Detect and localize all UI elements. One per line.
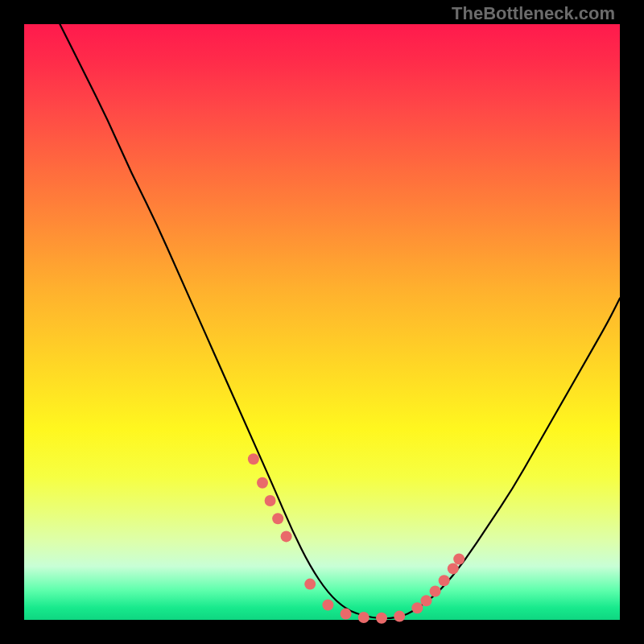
- sample-dot: [358, 612, 369, 623]
- sample-dot: [430, 586, 441, 597]
- sample-dot: [341, 609, 352, 620]
- sample-dot: [248, 453, 259, 464]
- sample-dot: [448, 563, 459, 574]
- sample-dot: [421, 595, 432, 606]
- sample-dot: [281, 530, 292, 542]
- sample-dot: [376, 613, 387, 624]
- sample-dot: [304, 579, 316, 590]
- chart-overlay-svg: [24, 24, 620, 620]
- sample-dot: [257, 477, 268, 489]
- sample-dot: [272, 513, 283, 524]
- sample-dot: [439, 575, 450, 586]
- bottleneck-curve: [60, 24, 620, 618]
- sample-dot: [265, 495, 276, 506]
- watermark-text: TheBottleneck.com: [452, 3, 615, 24]
- sample-dot: [322, 600, 333, 611]
- sample-dot: [411, 602, 423, 613]
- sample-dot: [453, 554, 464, 565]
- sample-dot: [394, 611, 405, 622]
